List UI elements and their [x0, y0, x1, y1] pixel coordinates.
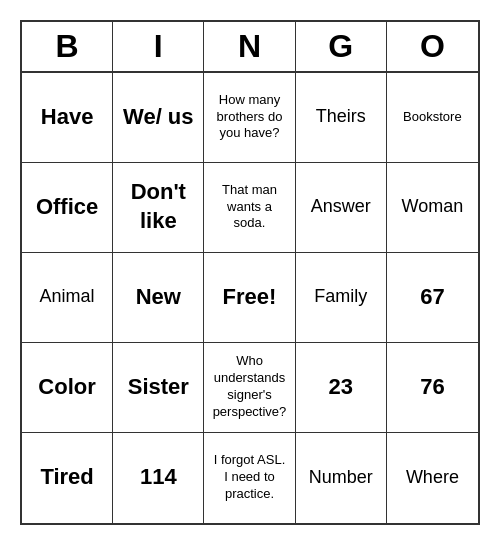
- bingo-cell[interactable]: Who understands signer's perspective?: [204, 343, 295, 433]
- bingo-cell[interactable]: Answer: [296, 163, 387, 253]
- bingo-cell[interactable]: Tired: [22, 433, 113, 523]
- bingo-cell[interactable]: Sister: [113, 343, 204, 433]
- bingo-card: BINGO HaveWe/ usHow many brothers do you…: [20, 20, 480, 525]
- bingo-cell[interactable]: I forgot ASL. I need to practice.: [204, 433, 295, 523]
- bingo-cell[interactable]: Family: [296, 253, 387, 343]
- bingo-cell[interactable]: That man wants a soda.: [204, 163, 295, 253]
- header-letter: B: [22, 22, 113, 71]
- bingo-cell[interactable]: 67: [387, 253, 478, 343]
- bingo-header: BINGO: [22, 22, 478, 73]
- bingo-cell[interactable]: Free!: [204, 253, 295, 343]
- bingo-cell[interactable]: Number: [296, 433, 387, 523]
- bingo-cell[interactable]: Theirs: [296, 73, 387, 163]
- bingo-cell[interactable]: Animal: [22, 253, 113, 343]
- bingo-cell[interactable]: Don't like: [113, 163, 204, 253]
- bingo-cell[interactable]: Color: [22, 343, 113, 433]
- header-letter: I: [113, 22, 204, 71]
- bingo-cell[interactable]: Woman: [387, 163, 478, 253]
- bingo-cell[interactable]: 23: [296, 343, 387, 433]
- bingo-cell[interactable]: Have: [22, 73, 113, 163]
- bingo-cell[interactable]: Office: [22, 163, 113, 253]
- bingo-cell[interactable]: Bookstore: [387, 73, 478, 163]
- bingo-grid: HaveWe/ usHow many brothers do you have?…: [22, 73, 478, 523]
- bingo-cell[interactable]: 114: [113, 433, 204, 523]
- header-letter: G: [296, 22, 387, 71]
- bingo-cell[interactable]: We/ us: [113, 73, 204, 163]
- header-letter: O: [387, 22, 478, 71]
- header-letter: N: [204, 22, 295, 71]
- bingo-cell[interactable]: How many brothers do you have?: [204, 73, 295, 163]
- bingo-cell[interactable]: Where: [387, 433, 478, 523]
- bingo-cell[interactable]: 76: [387, 343, 478, 433]
- bingo-cell[interactable]: New: [113, 253, 204, 343]
